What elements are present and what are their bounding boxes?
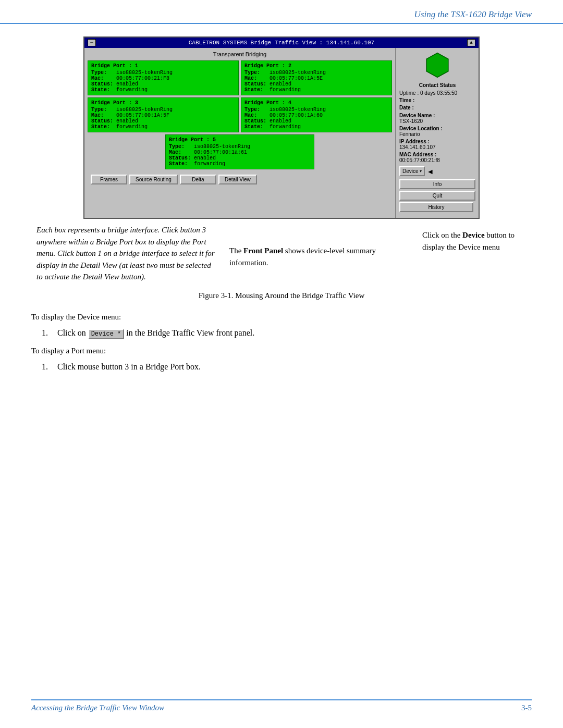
svg-marker-0 [426, 53, 448, 78]
port-2-state-row: State: forwarding [244, 87, 388, 93]
annotation-middle-prefix: The [229, 246, 243, 255]
port-1-mac: 00:05:77:00:21:F8 [116, 76, 169, 81]
section-label: Transparent Bridging [88, 51, 392, 57]
port-menu-step-text: Click mouse button 3 in a Bridge Port bo… [57, 362, 201, 372]
port-4-mac: 00:05:77:00:1A:60 [270, 113, 323, 118]
port-4-type-row: Type: iso88025-tokenRing [244, 107, 388, 113]
quit-button[interactable]: Quit [399, 191, 475, 201]
port-1-title: Bridge Port : 1 [91, 63, 235, 69]
port-3-mac-row: Mac: 00:05:77:00:1A:5F [91, 113, 235, 118]
time-row: Time : [399, 97, 475, 103]
bridge-port-2[interactable]: Bridge Port : 2 Type: iso88025-tokenRing… [241, 60, 392, 95]
port-1-status-row: Status: enabled [91, 81, 235, 87]
device-location-value: Fennario [399, 131, 420, 137]
source-routing-button[interactable]: Source Routing [129, 175, 178, 184]
device-inline-button[interactable]: Device * [88, 329, 125, 339]
port-3-type: iso88025-tokenRing [116, 107, 173, 113]
type-label: Type: [91, 70, 114, 76]
device-location-label: Device Location : [399, 126, 443, 131]
state-label: State: [244, 124, 267, 130]
port-5-status-row: Status: enabled [169, 155, 311, 161]
port-4-state-row: State: forwarding [244, 124, 388, 130]
mac-label: Mac: [244, 113, 267, 118]
info-button[interactable]: Info [399, 179, 475, 189]
status-label: Status: [244, 118, 267, 124]
port-2-status-row: Status: enabled [244, 81, 388, 87]
bridge-port-5[interactable]: Bridge Port : 5 Type: iso88025-tokenRing… [165, 134, 314, 169]
contact-status-label: Contact Status [399, 82, 475, 88]
port-5-status: enabled [194, 155, 216, 161]
device-name-value: TSX-1620 [399, 118, 423, 124]
date-label: Date : [399, 105, 414, 110]
port-1-state: forwarding [116, 87, 148, 93]
port-4-state: forwarding [270, 124, 301, 130]
status-label: Status: [244, 81, 267, 87]
figure-container: — CABLETRON SYSTEMS Bridge Traffic View … [31, 36, 532, 219]
history-btn-container: History [399, 202, 475, 212]
type-label: Type: [244, 107, 267, 113]
figure-annotations: Each box represents a bridge interface. … [31, 224, 532, 283]
annotation-left: Each box represents a bridge interface. … [36, 224, 219, 283]
port-2-state: forwarding [270, 87, 301, 93]
annotation-right-prefix: Click on the [422, 231, 462, 239]
port-4-mac-row: Mac: 00:05:77:00:1A:60 [244, 113, 388, 118]
device-menu-intro: To display the Device menu: [31, 311, 532, 323]
annotation-left-text: Each box represents a bridge interface. … [36, 226, 215, 281]
date-row: Date : [399, 105, 475, 110]
figure-caption: Figure 3-1. Mousing Around the Bridge Tr… [31, 291, 532, 300]
port-4-status-row: Status: enabled [244, 118, 388, 124]
mac-label: Mac: [91, 76, 114, 81]
ip-address-row: IP Address : 134.141.60.107 [399, 139, 475, 150]
ports-area: Bridge Port : 1 Type: iso88025-tokenRing… [88, 60, 392, 169]
port-2-title: Bridge Port : 2 [244, 63, 388, 69]
front-panel: Contact Status Uptime : 0 days 03:55:50 … [395, 48, 479, 218]
step-suffix: in the Bridge Traffic View front panel. [124, 328, 254, 337]
port-5-type-row: Type: iso88025-tokenRing [169, 144, 311, 150]
history-button[interactable]: History [399, 202, 473, 212]
window-body: Transparent Bridging Bridge Port : 1 Typ… [84, 48, 479, 218]
port-5-title: Bridge Port : 5 [169, 137, 311, 143]
step-prefix: Click on [57, 328, 88, 337]
delta-button[interactable]: Delta [180, 175, 216, 184]
bridge-port-1[interactable]: Bridge Port : 1 Type: iso88025-tokenRing… [88, 60, 239, 95]
page-header: Using the TSX-1620 Bridge View [0, 0, 563, 24]
port-4-title: Bridge Port : 4 [244, 100, 388, 106]
port-3-status: enabled [116, 118, 138, 124]
port-1-type-row: Type: iso88025-tokenRing [91, 70, 235, 76]
port-3-type-row: Type: iso88025-tokenRing [91, 107, 235, 113]
bridge-ports-grid: Bridge Port : 1 Type: iso88025-tokenRing… [88, 60, 392, 132]
device-name-row: Device Name : TSX-1620 [399, 113, 475, 124]
mac-address-label: MAC Address : [399, 152, 436, 157]
bridge-port-3[interactable]: Bridge Port : 3 Type: iso88025-tokenRing… [88, 97, 239, 132]
ip-address-label: IP Address : [399, 139, 430, 144]
dropdown-arrow-icon: ▾ [420, 169, 422, 174]
arrow-indicator: ◄ [427, 167, 434, 176]
state-label: State: [91, 87, 114, 93]
content-area: — CABLETRON SYSTEMS Bridge Traffic View … [0, 36, 563, 372]
frames-button[interactable]: Frames [91, 175, 127, 184]
window-close-icon[interactable]: ▲ [467, 39, 475, 46]
bridge-port-4[interactable]: Bridge Port : 4 Type: iso88025-tokenRing… [241, 97, 392, 132]
detail-view-button[interactable]: Detail View [218, 175, 257, 184]
window-titlebar: — CABLETRON SYSTEMS Bridge Traffic View … [84, 38, 479, 48]
device-menu-step-1: 1. Click on Device * in the Bridge Traff… [42, 328, 532, 339]
ip-address-value: 134.141.60.107 [399, 144, 436, 150]
footer-right: 3-5 [521, 704, 532, 712]
port-5-mac: 00:05:77:00:1a:61 [194, 150, 247, 155]
status-label: Status: [91, 81, 114, 87]
state-label: State: [91, 124, 114, 130]
port-4-status: enabled [270, 118, 291, 124]
mac-address-row: MAC Address : 00:05:77:00:21:f8 [399, 152, 475, 163]
port-5-type: iso88025-tokenRing [194, 144, 250, 150]
device-bold: Device [462, 231, 484, 239]
port-4-type: iso88025-tokenRing [270, 107, 326, 113]
uptime-value: Uptime : 0 days 03:55:50 [399, 90, 457, 96]
port-2-mac-row: Mac: 00:05:77:00:1A:5E [244, 76, 388, 81]
port-1-state-row: State: forwarding [91, 87, 235, 93]
device-button[interactable]: Device ▾ [399, 166, 425, 176]
port-3-status-row: Status: enabled [91, 118, 235, 124]
status-label: Status: [91, 118, 114, 124]
port-5-container: Bridge Port : 5 Type: iso88025-tokenRing… [88, 134, 392, 169]
window-menu-icon[interactable]: — [88, 39, 96, 46]
mac-label: Mac: [91, 113, 114, 118]
